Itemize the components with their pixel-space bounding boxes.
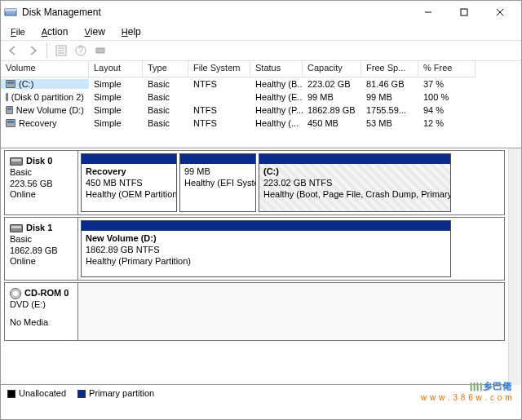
minimize-button[interactable] <box>410 1 446 24</box>
disk-1-label: Disk 1 <box>26 223 52 234</box>
volume-icon <box>6 119 15 127</box>
disk-1-size: 1862.89 GB <box>10 245 74 257</box>
statusbar <box>1 401 521 419</box>
disk-1-state: Online <box>10 256 74 267</box>
cd-icon <box>10 288 21 299</box>
col-volume[interactable]: Volume <box>1 61 89 77</box>
cdrom-0-state: No Media <box>10 317 74 329</box>
cdrom-0-partitions <box>78 283 504 340</box>
partition[interactable]: (C:)223.02 GB NTFSHealthy (Boot, Page Fi… <box>259 153 451 212</box>
graphical-view: Disk 0 Basic 223.56 GB Online Recovery45… <box>1 148 508 385</box>
disk-0-type: Basic <box>10 167 74 179</box>
volume-icon <box>6 93 8 101</box>
vertical-scrollbar[interactable] <box>508 148 521 385</box>
disk-0-header: Disk 0 Basic 223.56 GB Online <box>5 151 78 214</box>
svg-rect-12 <box>96 48 104 53</box>
col-freespace[interactable]: Free Sp... <box>361 61 418 77</box>
disk-1-partitions: New Volume (D:)1862.89 GB NTFSHealthy (P… <box>78 218 504 280</box>
legend-unallocated: Unallocated <box>7 388 66 398</box>
volume-icon <box>6 80 15 88</box>
partition[interactable]: New Volume (D:)1862.89 GB NTFSHealthy (P… <box>81 220 451 277</box>
disk-0-label: Disk 0 <box>26 156 52 167</box>
disk-0-state: Online <box>10 189 74 201</box>
disk-0-block[interactable]: Disk 0 Basic 223.56 GB Online Recovery45… <box>4 150 505 215</box>
table-row[interactable]: New Volume (D:)SimpleBasicNTFSHealthy (P… <box>1 104 521 117</box>
help-button[interactable]: ? <box>72 42 90 60</box>
maximize-button[interactable] <box>446 1 482 24</box>
toolbar: ? <box>1 40 521 61</box>
menu-help[interactable]: Help <box>115 24 148 39</box>
disk-management-window: Disk Management File Action View Help ? <box>0 0 522 420</box>
volume-table: Volume Layout Type File System Status Ca… <box>1 61 521 148</box>
disk-1-header: Disk 1 Basic 1862.89 GB Online <box>5 218 78 280</box>
disk-0-size: 223.56 GB <box>10 179 74 190</box>
col-status[interactable]: Status <box>250 61 303 77</box>
svg-rect-1 <box>5 9 16 11</box>
col-layout[interactable]: Layout <box>89 61 143 77</box>
cdrom-0-type: DVD (E:) <box>10 299 74 311</box>
volume-table-body[interactable]: (C:)SimpleBasicNTFSHealthy (B...223.02 G… <box>1 77 521 130</box>
cdrom-0-header: CD-ROM 0 DVD (E:) No Media <box>5 283 78 340</box>
settings-button[interactable] <box>52 42 70 60</box>
refresh-button[interactable] <box>91 42 109 60</box>
menu-view[interactable]: View <box>77 24 111 39</box>
svg-text:?: ? <box>78 45 83 55</box>
disk-icon <box>10 224 23 232</box>
disk-1-type: Basic <box>10 234 74 245</box>
toolbar-separator <box>46 43 47 58</box>
disk-1-block[interactable]: Disk 1 Basic 1862.89 GB Online New Volum… <box>4 217 505 281</box>
col-type[interactable]: Type <box>143 61 188 77</box>
volume-icon <box>6 106 13 114</box>
menubar: File Action View Help <box>1 24 521 40</box>
cdrom-0-label: CD-ROM 0 <box>24 288 69 299</box>
table-row[interactable]: (Disk 0 partition 2)SimpleBasicHealthy (… <box>1 91 521 104</box>
cdrom-0-block[interactable]: CD-ROM 0 DVD (E:) No Media <box>4 282 505 341</box>
menu-file[interactable]: File <box>4 24 32 39</box>
disk-0-partitions: Recovery450 MB NTFSHealthy (OEM Partitio… <box>78 151 504 214</box>
col-filesystem[interactable]: File System <box>188 61 250 77</box>
back-button[interactable] <box>4 42 22 60</box>
app-icon <box>4 6 17 19</box>
col-pctfree[interactable]: % Free <box>418 61 476 77</box>
close-button[interactable] <box>482 1 518 24</box>
legend-primary: Primary partition <box>77 388 154 398</box>
svg-rect-3 <box>461 9 467 15</box>
window-title: Disk Management <box>22 7 410 18</box>
titlebar[interactable]: Disk Management <box>1 1 521 24</box>
menu-action[interactable]: Action <box>35 24 75 39</box>
legend: Unallocated Primary partition <box>1 385 521 401</box>
volume-table-header[interactable]: Volume Layout Type File System Status Ca… <box>1 61 521 77</box>
forward-button[interactable] <box>24 42 42 60</box>
partition[interactable]: Recovery450 MB NTFSHealthy (OEM Partitio… <box>81 153 177 212</box>
disk-icon <box>10 157 23 166</box>
partition[interactable]: 99 MBHealthy (EFI Syste <box>179 153 256 212</box>
col-capacity[interactable]: Capacity <box>303 61 361 77</box>
table-row[interactable]: RecoverySimpleBasicNTFSHealthy (...450 M… <box>1 117 521 130</box>
table-row[interactable]: (C:)SimpleBasicNTFSHealthy (B...223.02 G… <box>1 77 521 91</box>
